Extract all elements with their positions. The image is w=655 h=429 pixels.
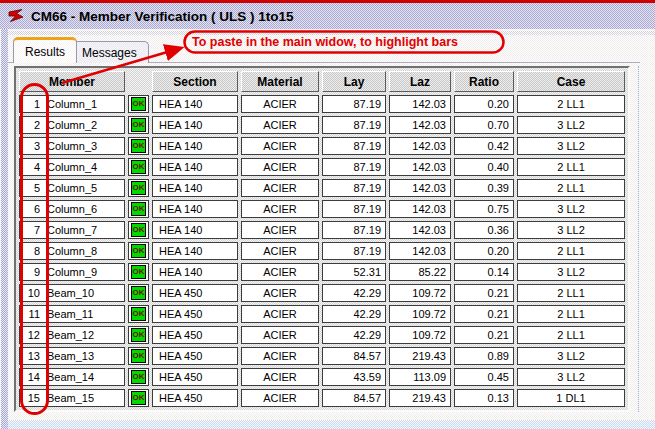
cell-lay[interactable]: 87.19 [322,242,386,260]
cell-lay[interactable]: 84.57 [322,347,386,365]
cell-status[interactable]: OK [128,242,149,260]
cell-member[interactable]: 12 Beam_12 [19,326,125,344]
cell-section[interactable]: HEA 140 [152,137,238,155]
cell-ratio[interactable]: 0.75 [454,200,514,218]
cell-ratio[interactable]: 0.70 [454,116,514,134]
cell-lay[interactable]: 42.29 [322,284,386,302]
cell-material[interactable]: ACIER [241,221,319,239]
cell-laz[interactable]: 142.03 [389,179,451,197]
cell-lay[interactable]: 84.57 [322,389,386,407]
cell-status[interactable]: OK [128,200,149,218]
cell-status[interactable]: OK [128,158,149,176]
cell-lay[interactable]: 87.19 [322,116,386,134]
cell-case[interactable]: 2 LL1 [517,305,625,323]
cell-material[interactable]: ACIER [241,284,319,302]
cell-material[interactable]: ACIER [241,242,319,260]
cell-member[interactable]: 5 Column_5 [19,179,125,197]
cell-ratio[interactable]: 0.39 [454,179,514,197]
cell-section[interactable]: HEA 450 [152,389,238,407]
cell-status[interactable]: OK [128,326,149,344]
cell-material[interactable]: ACIER [241,200,319,218]
cell-section[interactable]: HEA 140 [152,95,238,113]
cell-section[interactable]: HEA 450 [152,326,238,344]
cell-ratio[interactable]: 0.89 [454,347,514,365]
cell-case[interactable]: 2 LL1 [517,284,625,302]
cell-ratio[interactable]: 0.21 [454,284,514,302]
cell-laz[interactable]: 109.72 [389,305,451,323]
cell-case[interactable]: 3 LL2 [517,200,625,218]
cell-status[interactable]: OK [128,179,149,197]
cell-section[interactable]: HEA 140 [152,200,238,218]
cell-status[interactable]: OK [128,368,149,386]
cell-case[interactable]: 3 LL2 [517,137,625,155]
cell-lay[interactable]: 52.31 [322,263,386,281]
cell-laz[interactable]: 142.03 [389,95,451,113]
cell-lay[interactable]: 87.19 [322,179,386,197]
cell-case[interactable]: 3 LL2 [517,368,625,386]
cell-ratio[interactable]: 0.20 [454,242,514,260]
cell-ratio[interactable]: 0.14 [454,263,514,281]
cell-ratio[interactable]: 0.40 [454,158,514,176]
tab-messages[interactable]: Messages [70,41,149,63]
cell-lay[interactable]: 42.29 [322,305,386,323]
cell-section[interactable]: HEA 140 [152,179,238,197]
cell-material[interactable]: ACIER [241,347,319,365]
cell-laz[interactable]: 142.03 [389,242,451,260]
cell-laz[interactable]: 142.03 [389,158,451,176]
cell-status[interactable]: OK [128,221,149,239]
cell-material[interactable]: ACIER [241,158,319,176]
cell-member[interactable]: 7 Column_7 [19,221,125,239]
tab-results[interactable]: Results [13,37,77,63]
cell-status[interactable]: OK [128,263,149,281]
cell-case[interactable]: 2 LL1 [517,95,625,113]
cell-lay[interactable]: 87.19 [322,158,386,176]
cell-material[interactable]: ACIER [241,389,319,407]
cell-status[interactable]: OK [128,389,149,407]
cell-member[interactable]: 1 Column_1 [19,95,125,113]
cell-section[interactable]: HEA 450 [152,284,238,302]
cell-laz[interactable]: 219.43 [389,347,451,365]
cell-material[interactable]: ACIER [241,305,319,323]
cell-laz[interactable]: 142.03 [389,221,451,239]
cell-status[interactable]: OK [128,347,149,365]
cell-material[interactable]: ACIER [241,368,319,386]
cell-case[interactable]: 2 LL1 [517,179,625,197]
cell-status[interactable]: OK [128,305,149,323]
cell-case[interactable]: 3 LL2 [517,347,625,365]
cell-case[interactable]: 1 DL1 [517,389,625,407]
cell-ratio[interactable]: 0.21 [454,305,514,323]
cell-material[interactable]: ACIER [241,263,319,281]
cell-case[interactable]: 3 LL2 [517,221,625,239]
cell-member[interactable]: 15 Beam_15 [19,389,125,407]
cell-laz[interactable]: 85.22 [389,263,451,281]
cell-ratio[interactable]: 0.13 [454,389,514,407]
titlebar[interactable]: CM66 - Member Verification ( ULS ) 1to15 [0,3,655,29]
cell-ratio[interactable]: 0.21 [454,326,514,344]
cell-case[interactable]: 3 LL2 [517,116,625,134]
cell-laz[interactable]: 142.03 [389,200,451,218]
cell-lay[interactable]: 42.29 [322,326,386,344]
cell-case[interactable]: 2 LL1 [517,242,625,260]
cell-ratio[interactable]: 0.36 [454,221,514,239]
cell-member[interactable]: 3 Column_3 [19,137,125,155]
cell-ratio[interactable]: 0.45 [454,368,514,386]
cell-member[interactable]: 11 Beam_11 [19,305,125,323]
cell-section[interactable]: HEA 140 [152,221,238,239]
cell-status[interactable]: OK [128,95,149,113]
cell-member[interactable]: 13 Beam_13 [19,347,125,365]
cell-material[interactable]: ACIER [241,116,319,134]
cell-laz[interactable]: 113.09 [389,368,451,386]
cell-section[interactable]: HEA 140 [152,158,238,176]
cell-section[interactable]: HEA 140 [152,242,238,260]
cell-member[interactable]: 10 Beam_10 [19,284,125,302]
cell-case[interactable]: 2 LL1 [517,326,625,344]
cell-material[interactable]: ACIER [241,326,319,344]
cell-material[interactable]: ACIER [241,179,319,197]
cell-laz[interactable]: 142.03 [389,137,451,155]
cell-section[interactable]: HEA 140 [152,263,238,281]
cell-member[interactable]: 9 Column_9 [19,263,125,281]
cell-ratio[interactable]: 0.20 [454,95,514,113]
cell-case[interactable]: 2 LL1 [517,158,625,176]
cell-section[interactable]: HEA 450 [152,347,238,365]
cell-laz[interactable]: 109.72 [389,284,451,302]
